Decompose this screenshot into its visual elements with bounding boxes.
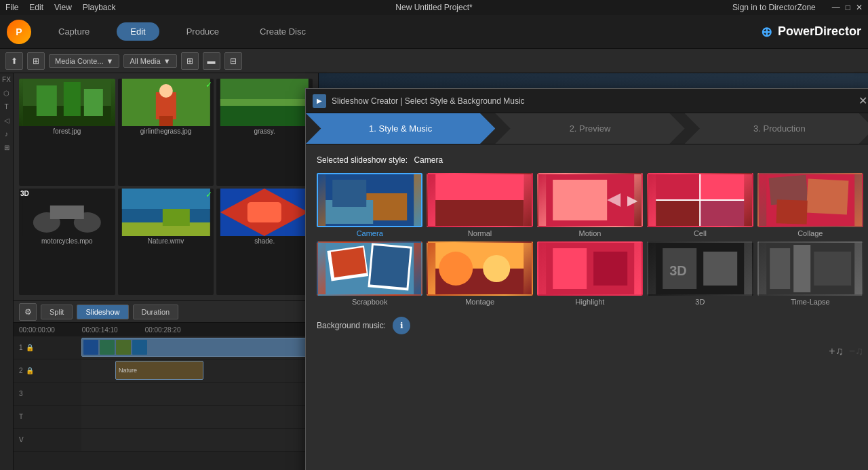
toolbar: ⬆ ⊞ Media Conte... ▼ All Media ▼ ⊞ ▬ ⊟ (0, 49, 868, 73)
track-clip-1[interactable]: Nature (81, 338, 318, 357)
svg-rect-59 (703, 252, 737, 286)
timeline-tool-icon[interactable]: ⚙ (19, 303, 37, 321)
media-item-shade[interactable]: shade. (216, 189, 313, 296)
style-normal[interactable]: Normal (427, 173, 532, 237)
style-camera[interactable]: Camera (317, 173, 422, 237)
media-item-moto[interactable]: 3D motorcycles.mpo (19, 189, 115, 296)
svg-rect-29 (436, 200, 524, 227)
svg-rect-64 (814, 252, 851, 286)
menu-file[interactable]: File (5, 3, 18, 12)
media-name-nature: Nature.wmv (118, 236, 214, 246)
track-1-content[interactable]: Nature (81, 336, 318, 359)
svg-rect-11 (220, 99, 309, 106)
style-cell[interactable]: Cell (647, 173, 753, 237)
timeline-area: ⚙ Split Slideshow Duration 00:00:00:00 0… (14, 300, 318, 470)
menu-playback[interactable]: Playback (83, 3, 116, 12)
style-timelapse[interactable]: Time-Lapse (757, 241, 863, 306)
svg-rect-4 (84, 89, 103, 116)
sign-in-link[interactable]: Sign in to DirectorZone (732, 3, 816, 12)
nav-capture[interactable]: Capture (45, 22, 103, 41)
menu-view[interactable]: View (54, 3, 72, 12)
track-4-content[interactable] (81, 406, 318, 428)
timeline-ruler: 00:00:00:00 00:00:14:10 00:00:28:20 (14, 323, 318, 336)
track-1-lock[interactable]: 🔒 (26, 344, 34, 351)
window-controls: — □ ✕ (832, 3, 863, 12)
view-list-icon[interactable]: ▬ (203, 52, 220, 70)
app-header: P Capture Edit Produce Create Disc ⊕ Pow… (0, 15, 868, 49)
wizard-steps: 1. Style & Music 2. Preview 3. Productio… (306, 113, 868, 144)
wizard-step-1[interactable]: 1. Style & Music (306, 113, 495, 144)
svg-rect-56 (593, 252, 627, 286)
style-motion[interactable]: Motion (537, 173, 643, 237)
track-2-content[interactable]: Nature (81, 359, 318, 382)
add-music-btn[interactable]: +♫ (829, 345, 843, 357)
svg-rect-32 (553, 180, 607, 220)
slideshow-btn[interactable]: Slideshow (77, 305, 128, 319)
close-btn[interactable]: ✕ (856, 3, 863, 12)
sidebar-icon-5[interactable]: ⊞ (1, 144, 12, 155)
tool-icon-import[interactable]: ⬆ (5, 52, 23, 70)
media-item-girl[interactable]: ✓ girlinthegrass.jpg (118, 79, 214, 186)
maximize-btn[interactable]: □ (846, 3, 850, 12)
style-3d-name: 3D (647, 298, 753, 306)
style-3d[interactable]: 3D 3D (647, 241, 753, 306)
style-scrapbook[interactable]: Scrapbook (317, 241, 422, 306)
track-clip-2[interactable]: Nature (115, 361, 203, 380)
split-btn[interactable]: Split (41, 305, 73, 319)
media-item-grassy[interactable]: grassy. (216, 79, 313, 186)
svg-rect-10 (220, 102, 309, 126)
view-grid-icon[interactable]: ⊞ (181, 52, 199, 70)
style-grid: Camera Normal (317, 173, 863, 306)
svg-point-53 (484, 255, 511, 282)
all-media-dropdown[interactable]: All Media ▼ (123, 54, 176, 68)
style-highlight[interactable]: Highlight (537, 241, 643, 306)
tool-icon-puzzle[interactable]: ⊞ (27, 52, 45, 70)
dialog-icon: ▶ (313, 94, 326, 108)
music-info-btn[interactable]: ℹ (393, 317, 410, 334)
wizard-step-2[interactable]: 2. Preview (495, 113, 684, 144)
bg-music-row: Background music: ℹ (317, 317, 863, 334)
menu-edit[interactable]: Edit (29, 3, 43, 12)
sidebar-icon-2[interactable]: T (1, 103, 12, 114)
nav-edit[interactable]: Edit (117, 22, 159, 41)
dialog-titlebar: ▶ Slideshow Creator | Select Style & Bac… (306, 89, 868, 113)
style-camera-name: Camera (317, 229, 422, 237)
media-grid: forest.jpg ✓ girlinthegrass.jpg (14, 73, 318, 300)
style-motion-name: Motion (537, 229, 643, 237)
svg-rect-63 (793, 245, 810, 292)
media-panel: forest.jpg ✓ girlinthegrass.jpg (14, 73, 319, 470)
style-collage[interactable]: Collage (757, 173, 863, 237)
nav-produce[interactable]: Produce (173, 22, 233, 41)
track-4-label: T (14, 413, 81, 420)
track-1-label: 1 🔒 (14, 344, 81, 351)
sidebar-icon-1[interactable]: ⬡ (1, 90, 12, 100)
sidebar-icons: FX ⬡ T ◁ ♪ ⊞ (0, 73, 14, 470)
dialog-close-btn[interactable]: ✕ (859, 94, 867, 107)
track-2-label: 2 🔒 (14, 367, 81, 374)
sidebar-icon-fx[interactable]: FX (1, 76, 12, 87)
sidebar-icon-4[interactable]: ♪ (1, 130, 12, 141)
bg-music-label: Background music: (317, 321, 386, 330)
music-controls: +♫ −♫ (317, 345, 863, 357)
svg-rect-22 (248, 202, 281, 222)
timeline-tracks: 1 🔒 Nature (14, 336, 318, 470)
media-item-forest[interactable]: forest.jpg (19, 79, 115, 186)
track-3-content[interactable] (81, 383, 318, 405)
remove-music-btn[interactable]: −♫ (849, 345, 863, 357)
nav-create-disc[interactable]: Create Disc (246, 22, 319, 41)
track-2-lock[interactable]: 🔒 (26, 367, 34, 374)
wizard-step-3[interactable]: 3. Production (685, 113, 868, 144)
duration-btn[interactable]: Duration (133, 305, 179, 319)
sidebar-icon-3[interactable]: ◁ (1, 117, 12, 128)
style-montage[interactable]: Montage (427, 241, 532, 306)
svg-rect-17 (121, 189, 210, 209)
menu-bar: File Edit View Playback New Untitled Pro… (0, 0, 868, 15)
app-title-text: PowerDirector (778, 24, 861, 39)
media-item-nature[interactable]: ✓ Nature.wmv (118, 189, 214, 296)
minimize-btn[interactable]: — (832, 3, 840, 12)
timeline-toolbar: ⚙ Split Slideshow Duration (14, 301, 318, 323)
view-detail-icon[interactable]: ⊟ (224, 52, 242, 70)
track-5-content[interactable] (81, 429, 318, 451)
media-content-dropdown[interactable]: Media Conte... ▼ (49, 54, 119, 68)
window-title: New Untitled Project* (395, 3, 472, 12)
